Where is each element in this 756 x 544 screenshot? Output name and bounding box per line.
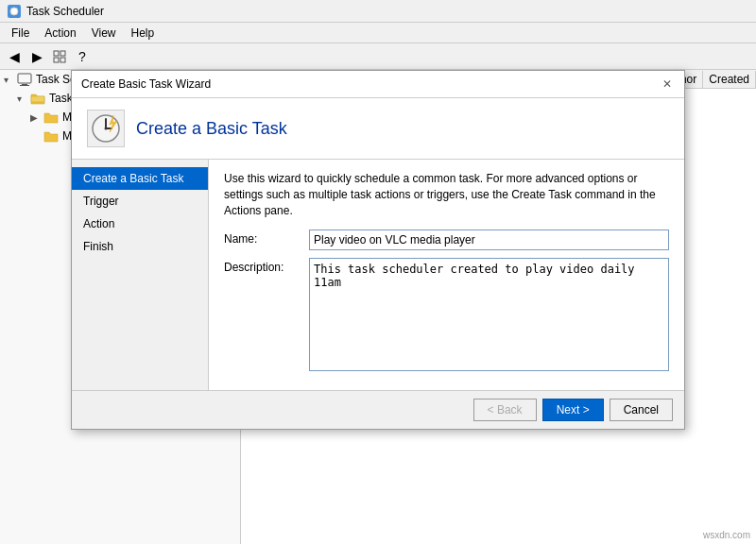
watermark: wsxdn.com <box>703 530 750 540</box>
svg-point-11 <box>105 128 108 130</box>
description-row: Description: <box>224 258 669 371</box>
title-bar: Task Scheduler <box>0 0 756 23</box>
dialog-header-title: Create a Basic Task <box>136 119 287 139</box>
dialog-close-button[interactable]: ✕ <box>660 76 675 92</box>
menu-file[interactable]: File <box>4 25 37 42</box>
dialog-header-icon <box>87 110 125 147</box>
back-button[interactable]: < Back <box>473 399 537 421</box>
description-label: Description: <box>224 258 309 274</box>
menu-help[interactable]: Help <box>124 25 163 42</box>
dialog-titlebar: Create Basic Task Wizard ✕ <box>72 71 684 98</box>
wizard-steps: Create a Basic Task Trigger Action Finis… <box>72 160 209 390</box>
name-row: Name: <box>224 230 669 250</box>
create-basic-task-dialog: Create Basic Task Wizard ✕ Create a Basi… <box>71 70 685 430</box>
name-label: Name: <box>224 230 309 246</box>
menu-bar: File Action View Help <box>0 23 756 43</box>
dialog-footer: < Back Next > Cancel <box>72 390 684 429</box>
menu-action[interactable]: Action <box>37 25 83 42</box>
wizard-description: Use this wizard to quickly schedule a co… <box>224 171 669 218</box>
wizard-step-action[interactable]: Action <box>72 212 208 235</box>
next-button[interactable]: Next > <box>542 399 604 421</box>
wizard-step-trigger[interactable]: Trigger <box>72 190 208 212</box>
app-icon <box>8 5 21 18</box>
dialog-body: Create a Basic Task Trigger Action Finis… <box>72 160 684 390</box>
name-input[interactable] <box>309 230 669 250</box>
dialog-header: Create a Basic Task <box>72 98 684 160</box>
svg-point-0 <box>10 8 18 15</box>
description-input[interactable] <box>309 258 669 371</box>
dialog-title: Create Basic Task Wizard <box>81 77 211 91</box>
wizard-step-finish[interactable]: Finish <box>72 235 208 258</box>
wizard-step-create[interactable]: Create a Basic Task <box>72 167 208 190</box>
wizard-content: Use this wizard to quickly schedule a co… <box>209 160 684 390</box>
dialog-overlay: Create Basic Task Wizard ✕ Create a Basi… <box>0 51 756 544</box>
menu-view[interactable]: View <box>84 25 124 42</box>
title-bar-text: Task Scheduler <box>26 5 104 18</box>
cancel-button[interactable]: Cancel <box>610 399 673 421</box>
